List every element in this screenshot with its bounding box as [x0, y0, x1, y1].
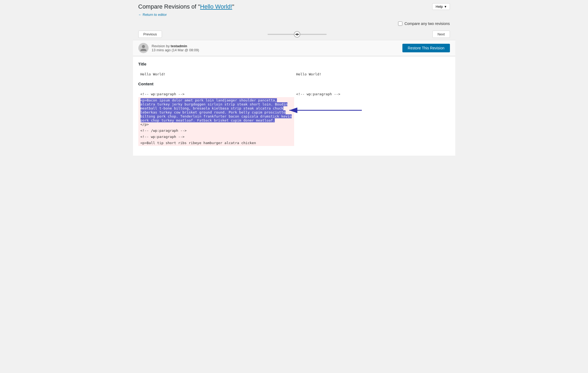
help-label: Help — [436, 5, 443, 9]
title-diff-section: Title Hello World! Hello World! — [138, 62, 450, 77]
restore-revision-button[interactable]: Restore This Revision — [402, 44, 450, 52]
page-wrapper: Help ▾ Compare Revisions of "Hello World… — [133, 0, 455, 373]
revision-slider-track: ◀▶ — [268, 34, 327, 35]
revision-slider-thumb[interactable]: ◀▶ — [294, 31, 300, 38]
revision-time-ago: 13 mins ago — [152, 48, 171, 52]
return-to-editor-link[interactable]: ← Return to editor — [138, 13, 167, 17]
comment-wp2-right — [294, 134, 450, 140]
compare-any-container: Compare any two revisions — [398, 21, 450, 26]
nav-row: Previous ◀▶ Next — [133, 28, 455, 40]
revision-info-row: Revision by testadmin 13 mins ago (14 Ma… — [133, 40, 455, 56]
paragraph-removed-row: <p>Bacon ipsum dolor amet pork loin land… — [138, 97, 450, 127]
title-prefix: Compare Revisions of " — [138, 3, 200, 10]
comment-right-text: <!-- wp:paragraph --> — [296, 92, 340, 96]
diff-area: Title Hello World! Hello World! Content … — [133, 56, 455, 156]
previous-button[interactable]: Previous — [138, 31, 162, 38]
content-diff-table: <!-- wp:paragraph --> <!-- wp:paragraph … — [138, 91, 450, 146]
comment-wp2-row: <!-- wp:paragraph --> — [138, 134, 450, 140]
content-diff-section: Content <!-- wp:paragraph --> <!-- wp:pa… — [138, 82, 450, 146]
revision-text: Revision by testadmin 13 mins ago (14 Ma… — [152, 44, 199, 52]
comment-close-row: <!-- /wp:paragraph --> — [138, 127, 450, 134]
comment-row-1: <!-- wp:paragraph --> <!-- wp:paragraph … — [138, 91, 450, 97]
paragraph-removed-left: <p>Bacon ipsum dolor amet pork loin land… — [138, 97, 294, 127]
compare-any-label: Compare any two revisions — [405, 21, 450, 26]
comment-wp2-left: <!-- wp:paragraph --> — [138, 134, 294, 140]
title-right-cell: Hello World! — [294, 71, 450, 77]
closing-p: </p> — [140, 122, 292, 126]
comment-left: <!-- wp:paragraph --> — [138, 91, 294, 97]
help-button[interactable]: Help ▾ — [432, 3, 450, 10]
toolbar-row: Compare any two revisions — [133, 19, 455, 28]
revision-info: Revision by testadmin 13 mins ago (14 Ma… — [138, 43, 199, 53]
revision-date-detail: (14 Mar @ 08:09) — [172, 48, 199, 52]
comment-left-text: <!-- wp:paragraph --> — [140, 92, 185, 96]
post-title-link[interactable]: Hello World! — [200, 3, 232, 10]
highlighted-paragraph: <p>Bacon ipsum dolor amet pork loin land… — [140, 98, 292, 122]
comment-close-right — [294, 127, 450, 134]
paragraph2-row: <p>Ball tip short ribs ribeye hamburger … — [138, 140, 450, 146]
next-button[interactable]: Next — [432, 31, 450, 38]
title-left-cell: Hello World! — [138, 71, 294, 77]
revision-by-label: Revision by — [152, 44, 170, 48]
title-suffix: " — [232, 3, 234, 10]
title-diff-table: Hello World! Hello World! — [138, 71, 450, 77]
paragraph2-right — [294, 140, 450, 146]
comment-right: <!-- wp:paragraph --> — [294, 91, 450, 97]
paragraph2-left: <p>Ball tip short ribs ribeye hamburger … — [138, 140, 294, 146]
help-chevron-icon: ▾ — [445, 5, 446, 9]
compare-any-checkbox[interactable] — [398, 21, 402, 26]
comment-close-left: <!-- /wp:paragraph --> — [138, 127, 294, 134]
highlight-span: <p>Bacon ipsum dolor amet pork loin land… — [140, 98, 292, 122]
revision-author: testadmin — [171, 44, 187, 48]
title-diff-row: Hello World! Hello World! — [138, 71, 450, 77]
paragraph-removed-right — [294, 97, 450, 127]
avatar — [138, 43, 149, 53]
top-bar: Help ▾ Compare Revisions of "Hello World… — [133, 0, 455, 19]
slider-container: ◀▶ — [162, 34, 432, 35]
content-section-label: Content — [138, 82, 450, 88]
page-title: Compare Revisions of "Hello World!" — [138, 3, 450, 10]
title-section-label: Title — [138, 62, 450, 68]
